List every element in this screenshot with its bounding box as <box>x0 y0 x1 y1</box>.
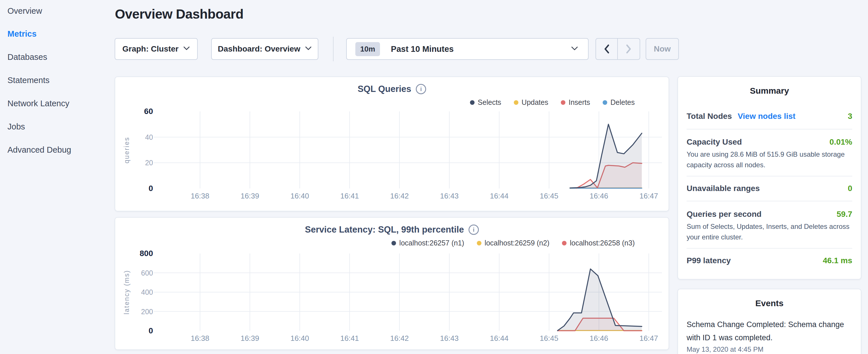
event-item-text[interactable]: Schema Change Completed: Schema change w… <box>687 318 852 344</box>
chevron-right-icon <box>626 44 632 54</box>
summary-label: Total Nodes <box>687 112 732 121</box>
summary-row-queries-per-second: Queries per second 59.7 <box>687 210 852 219</box>
now-button-label: Now <box>654 44 671 54</box>
divider <box>687 201 852 201</box>
now-button[interactable]: Now <box>646 38 679 60</box>
summary-label: P99 latency <box>687 256 731 265</box>
svg-text:16:44: 16:44 <box>490 192 508 200</box>
summary-label: Unavailable ranges <box>687 184 760 193</box>
svg-text:16:41: 16:41 <box>340 192 359 200</box>
svg-text:40: 40 <box>145 133 153 141</box>
svg-text:16:43: 16:43 <box>440 334 459 343</box>
svg-text:16:46: 16:46 <box>589 334 608 343</box>
summary-label: Queries per second <box>687 210 762 219</box>
summary-panel: Summary Total Nodes View nodes list 3 Ca… <box>677 76 861 280</box>
svg-text:16:44: 16:44 <box>490 334 508 343</box>
sidebar-item-jobs[interactable]: Jobs <box>7 122 25 131</box>
sql-queries-chart[interactable]: 16:3816:3916:4016:4116:4216:4316:4416:45… <box>115 77 670 212</box>
sidebar-item-metrics[interactable]: Metrics <box>7 29 37 39</box>
svg-text:latency (ms): latency (ms) <box>123 270 130 314</box>
svg-text:16:41: 16:41 <box>340 334 359 343</box>
svg-text:16:43: 16:43 <box>440 192 459 200</box>
svg-text:20: 20 <box>145 159 153 167</box>
summary-value: 0 <box>848 184 852 193</box>
view-nodes-list-link[interactable]: View nodes list <box>738 112 796 121</box>
sidebar-item-network-latency[interactable]: Network Latency <box>7 99 69 108</box>
summary-value: 0.01% <box>830 137 852 147</box>
svg-text:queries: queries <box>123 137 130 164</box>
svg-text:16:38: 16:38 <box>191 192 209 200</box>
time-window-badge: 10m <box>355 42 380 56</box>
sidebar-item-overview[interactable]: Overview <box>7 6 42 16</box>
overview-dashboard-page: { "sidebar": { "items": [ { "label": "Ov… <box>0 0 868 354</box>
chevron-down-icon <box>305 46 312 52</box>
page-title: Overview Dashboard <box>115 6 244 22</box>
svg-text:60: 60 <box>144 107 153 116</box>
svg-text:16:40: 16:40 <box>290 192 309 200</box>
chevron-down-icon <box>571 46 578 52</box>
summary-row-unavailable-ranges: Unavailable ranges 0 <box>687 184 852 193</box>
chevron-left-icon <box>603 44 610 54</box>
svg-text:200: 200 <box>141 308 153 316</box>
summary-row-p99-latency: P99 latency 46.1 ms <box>687 256 852 265</box>
svg-text:16:47: 16:47 <box>639 192 658 200</box>
summary-label: Capacity Used <box>687 137 742 147</box>
sidebar-item-databases[interactable]: Databases <box>7 53 47 62</box>
time-step-buttons <box>595 38 640 60</box>
sql-queries-chart-card: SQL Queries i SelectsUpdatesInsertsDelet… <box>115 76 669 212</box>
svg-text:0: 0 <box>149 326 153 335</box>
summary-row-total-nodes: Total Nodes View nodes list 3 <box>687 112 852 121</box>
svg-text:16:38: 16:38 <box>191 334 209 343</box>
time-window-label: Past 10 Minutes <box>391 44 454 54</box>
events-panel: Events Schema Change Completed: Schema c… <box>677 289 861 354</box>
time-range-dropdown[interactable]: 10m Past 10 Minutes <box>346 38 589 60</box>
svg-text:16:42: 16:42 <box>390 334 409 343</box>
summary-value: 59.7 <box>837 210 852 219</box>
event-item-date: May 13, 2020 at 4:45 PM <box>687 345 852 353</box>
svg-text:16:39: 16:39 <box>241 334 259 343</box>
next-time-button[interactable] <box>618 39 640 59</box>
divider <box>687 176 852 176</box>
dashboard-selector-label: Dashboard: Overview <box>218 44 300 54</box>
graph-selector-label: Graph: Cluster <box>122 44 179 54</box>
events-title: Events <box>678 298 861 308</box>
svg-text:400: 400 <box>141 288 153 296</box>
prev-time-button[interactable] <box>596 39 618 59</box>
dashboard-selector-dropdown[interactable]: Dashboard: Overview <box>211 38 318 60</box>
chevron-down-icon <box>183 46 190 52</box>
svg-text:16:42: 16:42 <box>390 192 409 200</box>
svg-text:0: 0 <box>149 184 153 193</box>
service-latency-chart-card: Service Latency: SQL, 99th percentile i … <box>115 217 669 350</box>
svg-text:16:45: 16:45 <box>539 192 558 200</box>
svg-text:600: 600 <box>141 269 153 277</box>
svg-text:16:45: 16:45 <box>539 334 558 343</box>
sidebar-nav: Overview Metrics Databases Statements Ne… <box>0 0 115 354</box>
toolbar-divider <box>333 37 334 61</box>
graph-selector-dropdown[interactable]: Graph: Cluster <box>115 38 198 60</box>
summary-title: Summary <box>678 86 861 96</box>
summary-row-capacity-used: Capacity Used 0.01% <box>687 137 852 147</box>
sidebar-item-advanced-debug[interactable]: Advanced Debug <box>7 145 71 155</box>
divider <box>687 129 852 129</box>
svg-text:800: 800 <box>140 249 153 258</box>
svg-text:16:39: 16:39 <box>241 192 259 200</box>
summary-description: Sum of Selects, Updates, Inserts, and De… <box>687 221 854 242</box>
summary-value: 46.1 ms <box>823 256 852 265</box>
svg-text:16:46: 16:46 <box>589 192 608 200</box>
divider <box>687 248 852 249</box>
svg-text:16:47: 16:47 <box>639 334 658 343</box>
svg-text:16:40: 16:40 <box>290 334 309 343</box>
summary-value: 3 <box>848 112 852 121</box>
sidebar-item-statements[interactable]: Statements <box>7 75 50 85</box>
summary-description: You are using 28.6 MiB of 515.9 GiB usab… <box>687 149 854 170</box>
service-latency-chart[interactable]: 16:3816:3916:4016:4116:4216:4316:4416:45… <box>115 218 670 351</box>
